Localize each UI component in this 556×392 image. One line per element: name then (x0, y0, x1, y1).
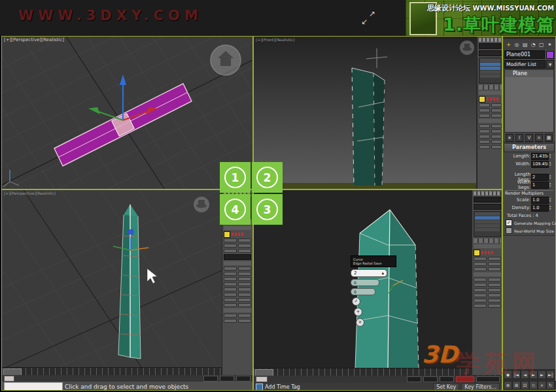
motion-tab-icon[interactable]: ◔ (530, 41, 537, 48)
mini-color-swatch (474, 250, 480, 256)
viewport-perspective-plane[interactable]: [+][Perspective][Realistic] (1, 36, 253, 189)
object-color-swatch[interactable] (546, 51, 554, 59)
steering-wheel-gizmo[interactable] (460, 41, 474, 55)
modifier-list-dropdown[interactable]: Modifier List (504, 60, 546, 69)
spinner[interactable]: ▴▾ (549, 174, 554, 180)
real-world-checkbox[interactable] (506, 227, 512, 234)
viewport-canvas (254, 37, 476, 189)
prev-frame-icon[interactable]: ◄ (521, 370, 529, 379)
caddy-segments-field[interactable]: 2 ▴ (351, 269, 387, 277)
mini-red-icons (487, 97, 498, 101)
viewport-perspective-blade-large[interactable]: Curve Edge Radial Save 2 ▴ 0 0 ✓ + × (253, 189, 502, 391)
orbit-icon[interactable]: ↻ (546, 381, 555, 389)
status-prompt: Click and drag to select and move object… (65, 384, 188, 390)
auto-key-button[interactable] (456, 376, 474, 382)
width-label: Width: (504, 161, 530, 167)
go-end-icon[interactable]: ►| (546, 370, 555, 379)
stack-item-plane[interactable]: Plane (505, 70, 553, 77)
coord-z-field[interactable] (440, 376, 454, 382)
spinner[interactable]: ▴▾ (549, 161, 554, 167)
mini-modifier-stack (479, 57, 502, 84)
caddy-pinch-field[interactable]: 0 (351, 279, 379, 286)
modifier-stack[interactable]: Plane (504, 69, 554, 133)
show-end-result-icon[interactable]: I (515, 134, 523, 142)
modify-tab-icon[interactable]: ◎ (513, 41, 521, 48)
key-mode-icon[interactable]: ◆ (504, 370, 512, 379)
add-time-tag[interactable]: Add Time Tag (265, 384, 300, 390)
pin-stack-icon[interactable]: ∗ (506, 134, 513, 142)
key-filters-button[interactable]: Key Filters... (461, 383, 500, 391)
timeline-track[interactable] (254, 368, 502, 376)
width-field[interactable]: 109.458mm (531, 161, 549, 168)
status-row (254, 376, 502, 383)
caddy-ok-button[interactable]: ✓ (352, 297, 360, 306)
total-faces-label: Total Faces : 4 (503, 212, 555, 218)
viewport-perspective-blade[interactable]: [+][Perspective][Realistic] (1, 189, 253, 391)
remove-modifier-icon[interactable]: × (535, 134, 543, 142)
scale-field[interactable]: 1.0 (531, 197, 549, 204)
density-label: Density: (504, 205, 530, 210)
parameters-rollout-header[interactable]: Parameters (504, 143, 555, 152)
display-tab-icon[interactable]: ▢ (538, 41, 545, 48)
bent-plane-object[interactable] (352, 68, 385, 186)
spinner[interactable]: ▴▾ (549, 205, 554, 210)
generate-mapping-checkbox[interactable]: ✓ (506, 220, 512, 226)
viewport-label[interactable]: [+][Perspective][Realistic] (4, 191, 56, 195)
play-icon[interactable]: ► (529, 370, 538, 379)
hierarchy-tab-icon[interactable]: ▤ (521, 41, 529, 48)
step-badge-3: 3 (252, 194, 283, 225)
forum-caption: 思缘设计论坛 WWW.MISSYUAN.COM (427, 3, 554, 13)
mini-listener-box (4, 376, 14, 382)
zoom-icon[interactable]: ⊕ (504, 381, 512, 389)
mini-name-field (479, 43, 502, 49)
timeline-track[interactable] (2, 367, 252, 375)
viewport-label[interactable]: [+][Perspective][Realistic] (4, 37, 64, 42)
caddy-slide-field[interactable]: 0 (351, 288, 375, 295)
viewport-canvas (2, 190, 222, 367)
zoom-extents-icon[interactable]: ⊡ (521, 381, 529, 389)
maxscript-mini-listener[interactable] (4, 382, 63, 391)
go-start-icon[interactable]: |◄ (512, 370, 521, 379)
width-segs-label: Width Segs: (504, 180, 530, 190)
spinner[interactable]: ▴▾ (549, 182, 554, 188)
dropdown-arrow-icon[interactable]: ▼ (546, 60, 554, 69)
fov-icon[interactable]: ◇ (529, 381, 538, 389)
make-unique-icon[interactable]: V (525, 134, 533, 142)
coord-y-field[interactable] (423, 376, 438, 382)
length-segs-field[interactable]: 2 (531, 174, 549, 181)
spinner[interactable]: ▴▾ (549, 154, 554, 159)
zoom-all-icon[interactable]: ⊞ (512, 381, 521, 389)
object-name-field[interactable]: Plane001 (504, 50, 545, 59)
utilities-tab-icon[interactable]: ✶ (546, 41, 553, 48)
real-world-label: Real-World Map Size (514, 229, 554, 233)
set-key-button[interactable]: Set Key (433, 383, 459, 391)
spinner[interactable]: ▴▾ (549, 197, 554, 203)
configure-stack-icon[interactable]: ▦ (545, 134, 553, 142)
spinner-icon[interactable]: ▴ (381, 270, 384, 276)
steering-wheel-gizmo[interactable] (211, 45, 241, 75)
top-banner: WWW.3DXY.COM ↗ ↙ 思缘设计论坛 WWW.MISSYUAN.COM… (0, 0, 556, 36)
density-field[interactable]: 1.0 (531, 204, 549, 212)
length-field[interactable]: 21.435mm (531, 153, 549, 160)
generate-mapping-label: Generate Mapping Coords. (514, 221, 556, 225)
create-tab-icon[interactable]: + (505, 41, 512, 48)
width-segs-field[interactable]: 1 (531, 182, 549, 189)
mini-modifier-stack (474, 211, 501, 237)
pan-icon[interactable]: + (538, 381, 546, 389)
prompt-bar: Click and drag to select and move object… (2, 382, 252, 391)
command-panel: + ◎ ▤ ◔ ▢ ✶ Plane001 Modifier List ▼ Pla… (502, 36, 556, 391)
selection-filter[interactable] (476, 376, 500, 382)
caddy-apply-button[interactable]: + (354, 308, 362, 316)
grass-photo-strip: 思缘设计论坛 WWW.MISSYUAN.COM 1.草叶建模篇 (406, 0, 556, 36)
coord-x-field[interactable] (407, 376, 421, 382)
connect-edges-caddy[interactable]: Curve Edge Radial Save 2 ▴ 0 0 ✓ + × (351, 255, 398, 327)
steering-wheel-gizmo[interactable] (194, 197, 209, 212)
next-frame-icon[interactable]: ► (538, 370, 546, 379)
render-multipliers-group: Render Multipliers (505, 190, 553, 196)
step-badges: 1 2 4 3 (220, 162, 283, 225)
resize-arrows-icon: ↗ ↙ (361, 10, 375, 25)
panel-empty-area (503, 235, 555, 369)
caddy-cancel-button[interactable]: × (356, 318, 364, 327)
viewport-label[interactable]: [+][Front][Realistic] (256, 37, 294, 42)
viewport-front-bent-plane[interactable]: [+][Front][Realistic] (253, 36, 502, 189)
